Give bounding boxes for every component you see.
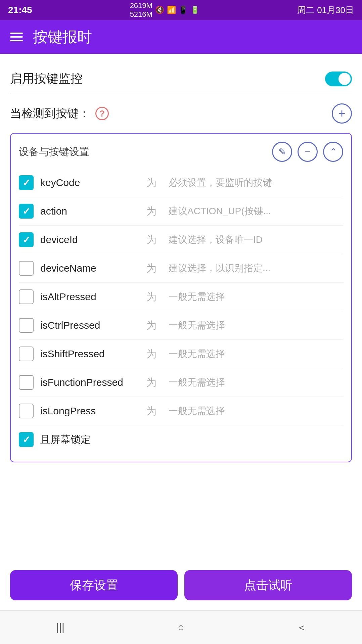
list-item: deviceName为建议选择，以识别指定... xyxy=(19,254,343,283)
nav-home[interactable]: ○ xyxy=(168,617,194,638)
row-name-isLongPress: isLongPress xyxy=(40,405,134,417)
settings-card: 设备与按键设置 ✎ − ⌃ keyCode为必须设置，要监听的按键action为… xyxy=(10,133,352,462)
row-desc-isLongPress: 一般无需选择 xyxy=(169,405,343,417)
checkbox-keyCode[interactable] xyxy=(19,175,34,190)
nav-back[interactable]: ＜ xyxy=(288,617,315,638)
help-button[interactable]: ? xyxy=(95,107,109,120)
up-icon: ⌃ xyxy=(329,146,337,157)
enable-toggle[interactable] xyxy=(325,72,352,86)
checkbox-isAltPressed[interactable] xyxy=(19,289,34,304)
list-item: keyCode为必须设置，要监听的按键 xyxy=(19,169,343,197)
when-detected-row: 当检测到按键： ? + xyxy=(10,94,352,133)
checkbox-isLongPress[interactable] xyxy=(19,404,34,418)
list-item: isFunctionPressed为一般无需选择 xyxy=(19,368,343,397)
add-button[interactable]: + xyxy=(332,103,352,124)
row-name-isShiftPressed: isShiftPressed xyxy=(40,348,134,360)
checkbox-isCtrlPressed[interactable] xyxy=(19,318,34,333)
checkbox-screenLock[interactable] xyxy=(19,432,34,447)
edit-icon: ✎ xyxy=(278,146,286,157)
list-item: deviceId为建议选择，设备唯一ID xyxy=(19,226,343,254)
checkbox-action[interactable] xyxy=(19,204,34,219)
list-item: isLongPress为一般无需选择 xyxy=(19,397,343,425)
battery-icon: 🔋 xyxy=(190,6,199,14)
nav-recent[interactable]: ||| xyxy=(47,617,74,638)
mute-icon: 🔇 xyxy=(155,6,164,14)
row-desc-isFunctionPressed: 一般无需选择 xyxy=(169,376,343,389)
buttons-row: 保存设置 点击试听 xyxy=(0,560,362,610)
list-item: isCtrlPressed为一般无需选择 xyxy=(19,311,343,340)
edit-button[interactable]: ✎ xyxy=(272,142,292,162)
row-for-isCtrlPressed: 为 xyxy=(146,319,156,332)
row-for-keyCode: 为 xyxy=(146,176,156,190)
checkbox-isFunctionPressed[interactable] xyxy=(19,375,34,390)
list-item: isShiftPressed为一般无需选择 xyxy=(19,340,343,368)
row-name-keyCode: keyCode xyxy=(40,177,134,188)
card-actions: ✎ − ⌃ xyxy=(272,142,343,162)
row-name-deviceId: deviceId xyxy=(40,234,134,245)
toggle-row: 启用按键监控 xyxy=(10,64,352,94)
checkbox-list: keyCode为必须设置，要监听的按键action为建议ACTION_UP(按键… xyxy=(19,169,343,454)
remove-button[interactable]: − xyxy=(298,142,318,162)
row-for-deviceName: 为 xyxy=(146,262,156,275)
row-name-screenLock: 且屏幕锁定 xyxy=(40,433,134,447)
row-for-deviceId: 为 xyxy=(146,233,156,247)
row-desc-isShiftPressed: 一般无需选择 xyxy=(169,348,343,360)
when-detected-label: 当检测到按键： xyxy=(10,106,90,121)
row-name-deviceName: deviceName xyxy=(40,263,134,274)
row-desc-isCtrlPressed: 一般无需选择 xyxy=(169,319,343,332)
save-button[interactable]: 保存设置 xyxy=(10,570,178,600)
row-desc-deviceId: 建议选择，设备唯一ID xyxy=(169,233,343,246)
status-time: 21:45 xyxy=(8,5,32,15)
when-detected-left: 当检测到按键： ? xyxy=(10,106,109,121)
page-title: 按键报时 xyxy=(33,27,92,47)
checkbox-isShiftPressed[interactable] xyxy=(19,347,34,361)
row-desc-deviceName: 建议选择，以识别指定... xyxy=(169,262,343,275)
row-name-action: action xyxy=(40,205,134,217)
test-button[interactable]: 点击试听 xyxy=(184,570,352,600)
up-button[interactable]: ⌃ xyxy=(323,142,343,162)
toggle-label: 启用按键监控 xyxy=(10,71,83,87)
row-name-isCtrlPressed: isCtrlPressed xyxy=(40,320,134,331)
nav-bar: ||| ○ ＜ xyxy=(0,610,362,644)
row-name-isAltPressed: isAltPressed xyxy=(40,291,134,303)
menu-button[interactable] xyxy=(10,33,23,41)
checkbox-deviceId[interactable] xyxy=(19,232,34,247)
list-item: action为建议ACTION_UP(按键... xyxy=(19,197,343,226)
content-area: 启用按键监控 当检测到按键： ? + 设备与按键设置 ✎ − xyxy=(0,54,362,560)
minus-icon: − xyxy=(305,146,310,157)
row-for-action: 为 xyxy=(146,204,156,218)
row-name-isFunctionPressed: isFunctionPressed xyxy=(40,377,134,388)
row-for-isLongPress: 为 xyxy=(146,404,156,418)
checkbox-deviceName[interactable] xyxy=(19,261,34,276)
row-for-isFunctionPressed: 为 xyxy=(146,376,156,389)
row-for-isShiftPressed: 为 xyxy=(146,347,156,361)
memory-info: 2619M 5216M xyxy=(130,1,152,19)
header: 按键报时 xyxy=(0,20,362,54)
signal-icon: 📱 xyxy=(179,6,188,14)
row-desc-isAltPressed: 一般无需选择 xyxy=(169,290,343,303)
row-for-isAltPressed: 为 xyxy=(146,290,156,304)
list-item: 且屏幕锁定 xyxy=(19,425,343,454)
card-title: 设备与按键设置 xyxy=(19,145,89,159)
status-date: 周二 01月30日 xyxy=(297,4,354,16)
status-icons: 2619M 5216M 🔇 📶 📱 🔋 xyxy=(130,1,199,19)
card-header: 设备与按键设置 ✎ − ⌃ xyxy=(19,142,343,162)
list-item: isAltPressed为一般无需选择 xyxy=(19,283,343,311)
row-desc-action: 建议ACTION_UP(按键... xyxy=(169,205,343,218)
status-bar: 21:45 2619M 5216M 🔇 📶 📱 🔋 周二 01月30日 xyxy=(0,0,362,20)
wifi-icon: 📶 xyxy=(167,6,176,14)
row-desc-keyCode: 必须设置，要监听的按键 xyxy=(169,176,343,189)
